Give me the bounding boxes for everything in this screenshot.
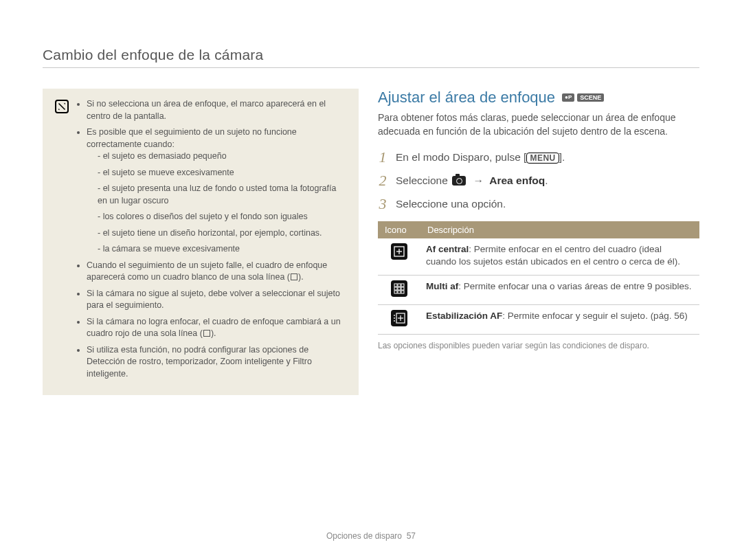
svg-point-16 (394, 317, 395, 319)
table-row: Estabilización AF: Permite enfocar y seg… (378, 305, 699, 335)
steps-list: 1 En el modo Disparo, pulse [MENU]. 2 Se… (378, 148, 699, 213)
note-dash: los colores o diseños del sujeto y el fo… (98, 211, 346, 223)
mode-badges: ●P SCENE (562, 93, 604, 102)
page: Cambio del enfoque de la cámara Si no se… (0, 0, 742, 560)
section-heading: Ajustar el área de enfoque ●P SCENE (378, 89, 699, 107)
note-dash: el sujeto presenta una luz de fondo o us… (98, 183, 346, 207)
note-bullet: Si no selecciona un área de enfoque, el … (87, 98, 346, 122)
note-bullet: Cuando el seguimiento de un sujeto falle… (87, 260, 346, 284)
table-footnote: Las opciones disponibles pueden variar s… (378, 340, 699, 352)
options-table: Icono Descripción (378, 221, 699, 335)
columns: Si no selecciona un área de enfoque, el … (43, 89, 699, 395)
svg-rect-7 (398, 287, 401, 290)
right-column: Ajustar el área de enfoque ●P SCENE Para… (378, 89, 699, 395)
af-stabilization-icon (391, 310, 407, 326)
note-content: Si no selecciona un área de enfoque, el … (76, 98, 346, 384)
note-box: Si no selecciona un área de enfoque, el … (43, 89, 359, 395)
note-bullet: Si utiliza esta función, no podrá config… (87, 344, 346, 381)
svg-rect-8 (401, 287, 404, 290)
left-column: Si no selecciona un área de enfoque, el … (43, 89, 359, 395)
svg-rect-10 (398, 291, 401, 293)
intro-text: Para obtener fotos más claras, puede sel… (378, 111, 699, 139)
note-dash: el sujeto tiene un diseño horizontal, po… (98, 227, 346, 240)
svg-rect-6 (394, 287, 397, 290)
svg-rect-9 (394, 291, 397, 293)
square-icon (291, 273, 297, 280)
svg-rect-4 (398, 284, 401, 287)
step-1: 1 En el modo Disparo, pulse [MENU]. (378, 148, 699, 166)
svg-point-15 (394, 315, 395, 316)
note-dash: el sujeto se mueve excesivamente (98, 167, 346, 179)
step-3: 3 Seleccione una opción. (378, 195, 699, 213)
table-row: Multi af: Permite enfocar una o varias á… (378, 276, 699, 305)
svg-rect-5 (401, 284, 404, 287)
th-icon: Icono (378, 221, 420, 238)
note-icon (55, 100, 69, 113)
th-desc: Descripción (420, 221, 699, 238)
mode-badge-scene: SCENE (577, 93, 604, 102)
multi-af-icon (391, 280, 407, 297)
svg-point-17 (394, 320, 395, 322)
camera-icon (452, 176, 466, 186)
svg-rect-3 (394, 284, 397, 287)
note-dash: el sujeto es demasiado pequeño (98, 150, 346, 163)
svg-rect-11 (401, 291, 404, 293)
square-icon (203, 330, 210, 337)
step-2: 2 Seleccione → Area enfoq. (378, 172, 699, 190)
mode-badge-p: ●P (562, 93, 574, 102)
note-dash: la cámara se mueve excesivamente (98, 243, 346, 256)
table-row: Af central: Permite enfocar en el centro… (378, 238, 699, 276)
title-rule (43, 67, 699, 68)
note-bullet: Es posible que el seguimiento de un suje… (87, 126, 346, 256)
note-bullet: Si la cámara no sigue al sujeto, debe vo… (87, 288, 346, 312)
page-footer: Opciones de disparo 57 (0, 531, 742, 541)
menu-chip: MENU (526, 153, 559, 164)
af-central-icon (391, 243, 407, 260)
note-bullet: Si la cámara no logra enfocar, el cuadro… (87, 316, 346, 340)
page-title: Cambio del enfoque de la cámara (43, 47, 699, 63)
